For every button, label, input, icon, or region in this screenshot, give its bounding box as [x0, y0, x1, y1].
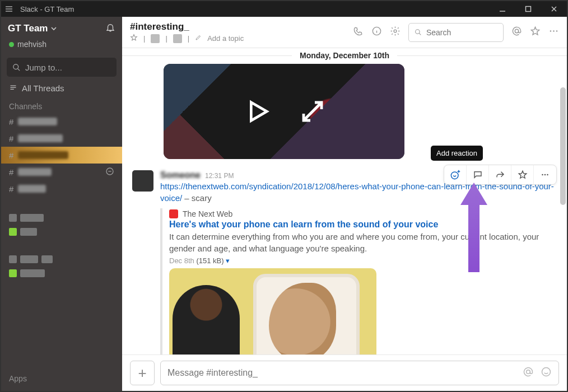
- hamburger-icon[interactable]: [1, 1, 17, 17]
- current-user[interactable]: mehvish: [1, 40, 122, 54]
- svg-point-7: [550, 30, 552, 32]
- svg-point-4: [394, 30, 397, 32]
- channel-name[interactable]: #interesting_: [130, 21, 244, 32]
- date-divider: Monday, December 10th: [122, 50, 567, 60]
- more-actions-button[interactable]: [534, 165, 556, 184]
- info-icon[interactable]: [371, 26, 382, 39]
- channel-options-icon[interactable]: [105, 167, 114, 178]
- jump-to-input[interactable]: Jump to...: [7, 58, 117, 77]
- sidebar: GT Team mehvish Jump to... All Threads C…: [1, 17, 122, 391]
- dm-item[interactable]: [1, 253, 122, 267]
- message: Someone 12:31 PM https://thenextweb.com/…: [122, 168, 567, 354]
- tooltip: Add reaction: [431, 146, 483, 161]
- dm-item[interactable]: [1, 226, 122, 240]
- apps-label[interactable]: Apps: [1, 368, 122, 391]
- channel-item[interactable]: #: [1, 180, 122, 197]
- timestamp: 12:31 PM: [205, 172, 234, 180]
- mentions-icon[interactable]: [511, 26, 522, 39]
- svg-point-10: [451, 171, 458, 179]
- channels-label[interactable]: Channels: [1, 96, 122, 113]
- presence-indicator: [9, 42, 14, 47]
- channel-item-active[interactable]: #: [1, 147, 122, 164]
- svg-point-9: [556, 30, 558, 32]
- all-threads[interactable]: All Threads: [1, 80, 122, 96]
- search-icon: [415, 28, 422, 36]
- preview-source: The Next Web: [183, 209, 232, 218]
- favicon: [169, 209, 178, 218]
- more-icon[interactable]: [548, 26, 559, 39]
- play-icon: [242, 96, 273, 127]
- search-input[interactable]: [426, 28, 497, 37]
- star-icon[interactable]: [130, 34, 138, 43]
- minimize-button[interactable]: [490, 1, 515, 17]
- expand-icon: [299, 98, 326, 125]
- author-name[interactable]: Someone: [160, 170, 201, 180]
- caret-down-icon[interactable]: ▾: [226, 256, 230, 265]
- star-icon[interactable]: [530, 26, 541, 39]
- save-button[interactable]: [511, 165, 534, 184]
- svg-point-14: [527, 370, 530, 374]
- composer: +: [122, 354, 567, 391]
- topic-prompt[interactable]: Add a topic: [207, 34, 244, 43]
- bell-icon[interactable]: [105, 22, 115, 34]
- preview-image[interactable]: [169, 268, 376, 354]
- share-button[interactable]: [489, 165, 511, 184]
- preview-meta: Dec 8th (151 kB) ▾: [169, 256, 557, 265]
- svg-point-15: [542, 368, 551, 376]
- titlebar: Slack - GT Team: [1, 1, 567, 17]
- start-thread-button[interactable]: [467, 165, 489, 184]
- user-name: mehvish: [17, 40, 46, 49]
- mention-icon[interactable]: [523, 366, 534, 380]
- channel-item[interactable]: #: [1, 164, 122, 180]
- preview-description: It can determine everything from who you…: [169, 231, 557, 254]
- preview-title[interactable]: Here's what your phone can learn from th…: [169, 220, 557, 230]
- svg-point-1: [13, 64, 18, 69]
- message-input[interactable]: [167, 368, 523, 378]
- search-box[interactable]: [408, 23, 504, 42]
- edit-icon: [195, 34, 202, 43]
- channel-item[interactable]: #: [1, 113, 122, 130]
- add-reaction-button[interactable]: [444, 165, 467, 184]
- avatar[interactable]: [132, 170, 153, 192]
- chevron-down-icon: [51, 24, 57, 33]
- message-actions: [444, 165, 557, 185]
- svg-point-11: [542, 174, 543, 176]
- attach-button[interactable]: +: [130, 361, 155, 385]
- svg-point-8: [553, 30, 555, 32]
- pin-icon[interactable]: [173, 34, 182, 43]
- channel-header: #interesting_ | | | Add a topic: [122, 17, 567, 48]
- svg-point-13: [547, 174, 548, 176]
- team-switcher[interactable]: GT Team: [1, 17, 122, 40]
- channel-item[interactable]: #: [1, 130, 122, 147]
- dm-item[interactable]: [1, 212, 122, 226]
- gear-icon[interactable]: [390, 26, 401, 39]
- emoji-icon[interactable]: [541, 366, 552, 380]
- message-pane[interactable]: Monday, December 10th Someone 12:31 PM h…: [122, 48, 567, 354]
- window-title: Slack - GT Team: [17, 5, 74, 13]
- svg-point-12: [544, 174, 546, 176]
- team-name: GT Team: [8, 23, 48, 34]
- main-pane: #interesting_ | | | Add a topic Monday, …: [122, 17, 567, 391]
- svg-point-5: [416, 30, 420, 34]
- link-preview: The Next Web Here's what your phone can …: [160, 208, 557, 354]
- member-count-icon[interactable]: [151, 34, 160, 43]
- svg-point-6: [515, 29, 518, 32]
- close-button[interactable]: [541, 1, 567, 17]
- video-attachment[interactable]: [164, 64, 404, 159]
- phone-icon[interactable]: [353, 26, 364, 39]
- svg-rect-0: [526, 7, 531, 12]
- dm-item[interactable]: [1, 267, 122, 281]
- maximize-button[interactable]: [515, 1, 541, 17]
- jump-placeholder: Jump to...: [25, 63, 62, 72]
